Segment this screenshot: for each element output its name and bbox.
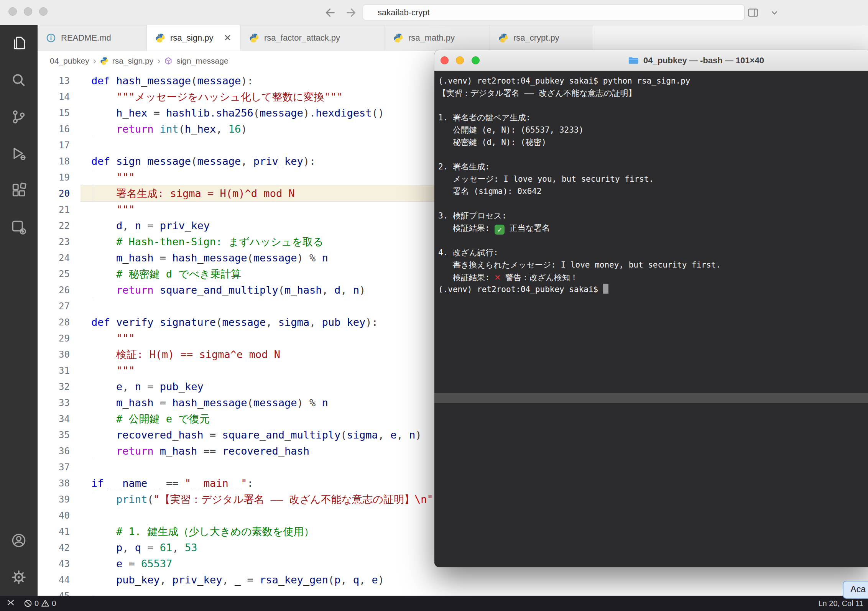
tab-rsa-crypt[interactable]: rsa_crypt.py	[490, 25, 592, 51]
terminal-window[interactable]: 04_pubkey — -bash — 101×40 (.venv) ret2r…	[434, 50, 868, 567]
window-titlebar[interactable]: sakailab-crypt	[0, 0, 868, 25]
terminal-scrollbar[interactable]	[434, 393, 868, 403]
line-number[interactable]: 39	[38, 491, 81, 508]
line-number[interactable]: 19	[38, 169, 81, 186]
terminal-cursor	[603, 284, 608, 294]
line-number[interactable]: 28	[38, 314, 81, 330]
line-number[interactable]: 43	[38, 556, 81, 572]
zoom-window-button[interactable]	[39, 7, 48, 16]
line-number[interactable]: 30	[38, 347, 81, 363]
terminal-minimize-button[interactable]	[456, 56, 464, 64]
code-line[interactable]: 45	[38, 588, 868, 596]
line-number[interactable]: 45	[38, 588, 81, 596]
run-debug-icon	[10, 145, 27, 162]
line-number[interactable]: 34	[38, 411, 81, 427]
activity-run-debug[interactable]	[0, 135, 38, 172]
line-number[interactable]: 29	[38, 330, 81, 347]
layout-toggle-button[interactable]	[746, 5, 760, 20]
line-number[interactable]: 42	[38, 540, 81, 556]
terminal-line: 公開鍵 (e, N): (65537, 3233)	[438, 124, 868, 136]
problems-indicator[interactable]: 0 0	[24, 599, 56, 608]
line-number[interactable]: 41	[38, 524, 81, 540]
layout-dropdown-button[interactable]	[767, 5, 782, 20]
settings-gear-icon	[10, 569, 27, 586]
tab-rsa-math[interactable]: rsa_math.py	[385, 25, 490, 51]
breadcrumb-symbol[interactable]: sign_message	[176, 56, 228, 66]
command-center[interactable]: sakailab-crypt	[363, 5, 745, 20]
line-number[interactable]: 15	[38, 105, 81, 121]
line-number[interactable]: 14	[38, 89, 81, 105]
line-number[interactable]: 24	[38, 250, 81, 266]
terminal-title-text: 04_pubkey — -bash — 101×40	[643, 56, 764, 66]
activity-bar	[0, 25, 38, 596]
back-icon	[324, 7, 337, 19]
check-icon: ✓	[495, 225, 505, 235]
cross-icon: ✕	[495, 271, 500, 283]
folder-icon	[628, 56, 639, 65]
terminal-titlebar[interactable]: 04_pubkey — -bash — 101×40	[434, 50, 868, 71]
layout-icon	[747, 7, 759, 19]
error-count: 0	[35, 599, 39, 608]
activity-search[interactable]	[0, 62, 38, 99]
activity-remote-explorer[interactable]	[0, 209, 38, 246]
activity-account[interactable]	[0, 522, 38, 559]
aca-button[interactable]: Aca	[843, 581, 868, 599]
tab-label: rsa_crypt.py	[513, 33, 559, 43]
line-number[interactable]: 21	[38, 202, 81, 218]
line-number[interactable]: 40	[38, 508, 81, 524]
activity-extensions[interactable]	[0, 172, 38, 209]
line-number[interactable]: 16	[38, 121, 81, 137]
chevron-right-icon: ›	[93, 56, 96, 66]
remote-icon	[6, 598, 15, 607]
tab-readme[interactable]: README.md	[38, 25, 147, 51]
terminal-line: 秘密鍵 (d, N): (秘密)	[438, 136, 868, 148]
tab-label: rsa_sign.py	[170, 33, 214, 43]
terminal-line: 署名 (sigma): 0x642	[438, 185, 868, 197]
line-number[interactable]: 37	[38, 459, 81, 475]
tab-rsa-factor-attack[interactable]: rsa_factor_attack.py	[241, 25, 385, 51]
terminal-line: 書き換えられたメッセージ: I love money, but security…	[438, 259, 868, 271]
tab-rsa-sign[interactable]: rsa_sign.py ✕	[147, 25, 241, 51]
line-number[interactable]: 35	[38, 427, 81, 443]
back-button[interactable]	[323, 5, 338, 20]
line-number[interactable]: 18	[38, 153, 81, 169]
line-number[interactable]: 13	[38, 73, 81, 89]
breadcrumb-file[interactable]: rsa_sign.py	[112, 56, 153, 66]
activity-explorer[interactable]	[0, 25, 38, 62]
tools-icon	[10, 219, 27, 236]
forward-button[interactable]	[344, 5, 358, 20]
terminal-line: 検証結果: ✓ 正当な署名	[438, 222, 868, 234]
line-number[interactable]: 22	[38, 218, 81, 234]
line-number[interactable]: 36	[38, 443, 81, 459]
remote-indicator[interactable]	[6, 598, 15, 609]
line-number[interactable]: 32	[38, 379, 81, 395]
line-number[interactable]: 26	[38, 282, 81, 298]
terminal-line: 2. 署名生成:	[438, 161, 868, 173]
activity-settings[interactable]	[0, 559, 38, 596]
terminal-body[interactable]: (.venv) ret2root:04_pubkey sakai$ python…	[434, 71, 868, 567]
tab-label: rsa_math.py	[408, 33, 455, 43]
code-line[interactable]: 44 pub_key, priv_key, _ = rsa_key_gen(p,…	[38, 572, 868, 588]
close-window-button[interactable]	[8, 7, 17, 16]
line-number[interactable]: 33	[38, 395, 81, 411]
line-number[interactable]: 38	[38, 475, 81, 491]
breadcrumb-folder[interactable]: 04_pubkey	[50, 56, 89, 66]
code-text: pub_key, priv_key, _ = rsa_key_gen(p, q,…	[81, 572, 868, 588]
terminal-line: 1. 署名者の鍵ペア生成:	[438, 112, 868, 124]
terminal-close-button[interactable]	[441, 56, 449, 64]
line-number[interactable]: 27	[38, 298, 81, 314]
terminal-line: (.venv) ret2root:04_pubkey sakai$ python…	[438, 75, 868, 87]
line-number[interactable]: 20	[38, 186, 81, 202]
line-number[interactable]: 23	[38, 234, 81, 250]
line-number[interactable]: 44	[38, 572, 81, 588]
minimize-window-button[interactable]	[24, 7, 32, 16]
line-number[interactable]: 17	[38, 137, 81, 153]
python-icon	[249, 33, 259, 43]
line-number[interactable]: 31	[38, 363, 81, 379]
tab-close-button[interactable]: ✕	[224, 33, 232, 43]
line-number[interactable]: 25	[38, 266, 81, 282]
cursor-position[interactable]: Ln 20, Col 11	[819, 599, 868, 608]
terminal-zoom-button[interactable]	[472, 56, 480, 64]
tab-label: rsa_factor_attack.py	[264, 33, 340, 43]
activity-source-control[interactable]	[0, 99, 38, 135]
